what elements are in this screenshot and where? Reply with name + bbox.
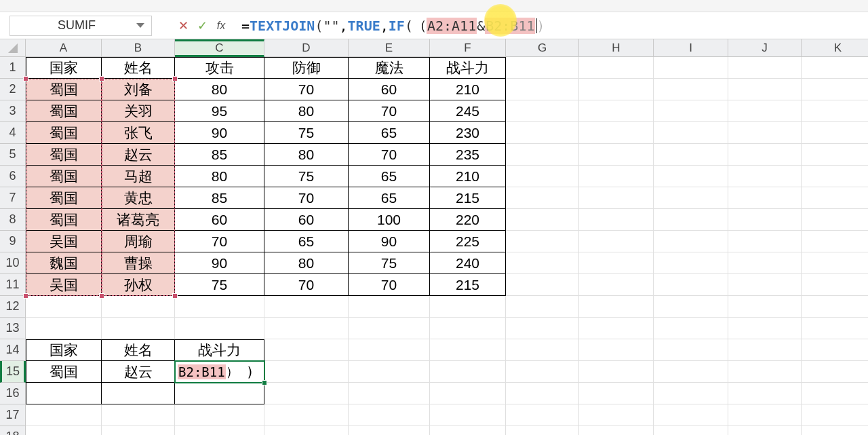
- cell-D18[interactable]: [264, 426, 349, 435]
- cell-H3[interactable]: [579, 100, 654, 122]
- col-head-H[interactable]: H: [579, 39, 654, 57]
- cell-A16[interactable]: [26, 383, 102, 404]
- cell-C2[interactable]: 80: [175, 79, 264, 100]
- cell-J17[interactable]: [728, 404, 802, 426]
- row-head-16[interactable]: 16: [0, 383, 26, 404]
- cell-C11[interactable]: 75: [175, 274, 264, 296]
- cell-J14[interactable]: [728, 339, 802, 361]
- cell-A14[interactable]: 国家: [26, 339, 102, 361]
- range-handle[interactable]: [23, 293, 28, 299]
- cell-J2[interactable]: [728, 79, 802, 100]
- cell-B7[interactable]: 黄忠: [102, 187, 175, 209]
- cell-F11[interactable]: 215: [430, 274, 506, 296]
- range-handle[interactable]: [23, 76, 28, 81]
- row-head-11[interactable]: 11: [0, 274, 26, 296]
- cell-A10[interactable]: 魏国: [26, 252, 102, 274]
- cell-K2[interactable]: [802, 79, 868, 100]
- cell-F10[interactable]: 240: [430, 252, 506, 274]
- cell-B3[interactable]: 关羽: [102, 100, 175, 122]
- cell-E10[interactable]: 75: [349, 252, 430, 274]
- cell-B4[interactable]: 张飞: [102, 122, 175, 144]
- cell-K16[interactable]: [802, 383, 868, 404]
- cell-G13[interactable]: [506, 318, 579, 339]
- cell-H18[interactable]: [579, 426, 654, 435]
- cell-A7[interactable]: 蜀国: [26, 187, 102, 209]
- cell-C8[interactable]: 60: [175, 209, 264, 231]
- col-head-K[interactable]: K: [802, 39, 868, 57]
- cell-K9[interactable]: [802, 231, 868, 252]
- cell-J15[interactable]: [728, 361, 802, 383]
- cell-I11[interactable]: [654, 274, 728, 296]
- col-head-A[interactable]: A: [26, 39, 102, 57]
- cell-I15[interactable]: [654, 361, 728, 383]
- cell-J5[interactable]: [728, 144, 802, 166]
- cell-A3[interactable]: 蜀国: [26, 100, 102, 122]
- cell-C15-editing[interactable]: B2:B11） ): [175, 361, 264, 383]
- cell-I7[interactable]: [654, 187, 728, 209]
- cell-D15[interactable]: [264, 361, 349, 383]
- cell-J12[interactable]: [728, 296, 802, 318]
- cell-C9[interactable]: 70: [175, 231, 264, 252]
- cell-D13[interactable]: [264, 318, 349, 339]
- cell-E4[interactable]: 65: [349, 122, 430, 144]
- cell-I17[interactable]: [654, 404, 728, 426]
- cell-B2[interactable]: 刘备: [102, 79, 175, 100]
- row-head-14[interactable]: 14: [0, 339, 26, 361]
- cell-H6[interactable]: [579, 166, 654, 187]
- cell-H7[interactable]: [579, 187, 654, 209]
- cell-F5[interactable]: 235: [430, 144, 506, 166]
- cell-B8[interactable]: 诸葛亮: [102, 209, 175, 231]
- name-box[interactable]: SUMIF: [9, 16, 152, 36]
- cell-H16[interactable]: [579, 383, 654, 404]
- cell-I13[interactable]: [654, 318, 728, 339]
- cell-K3[interactable]: [802, 100, 868, 122]
- cell-D11[interactable]: 70: [264, 274, 349, 296]
- cell-D9[interactable]: 65: [264, 231, 349, 252]
- row-head-5[interactable]: 5: [0, 144, 26, 166]
- fx-icon[interactable]: fx: [214, 19, 228, 33]
- cell-J9[interactable]: [728, 231, 802, 252]
- cell-H8[interactable]: [579, 209, 654, 231]
- cell-K10[interactable]: [802, 252, 868, 274]
- cell-B17[interactable]: [102, 404, 175, 426]
- cell-I18[interactable]: [654, 426, 728, 435]
- range-handle[interactable]: [172, 76, 178, 81]
- cell-I12[interactable]: [654, 296, 728, 318]
- cell-D8[interactable]: 60: [264, 209, 349, 231]
- row-head-17[interactable]: 17: [0, 404, 26, 426]
- cell-A9[interactable]: 吴国: [26, 231, 102, 252]
- cell-F15[interactable]: [430, 361, 506, 383]
- col-head-B[interactable]: B: [102, 39, 175, 57]
- cell-J4[interactable]: [728, 122, 802, 144]
- cell-K7[interactable]: [802, 187, 868, 209]
- cell-G11[interactable]: [506, 274, 579, 296]
- cell-E15[interactable]: [349, 361, 430, 383]
- cell-H4[interactable]: [579, 122, 654, 144]
- cell-A13[interactable]: [26, 318, 102, 339]
- cell-C17[interactable]: [175, 404, 264, 426]
- cell-C4[interactable]: 90: [175, 122, 264, 144]
- cell-B11[interactable]: 孙权: [102, 274, 175, 296]
- cell-D14[interactable]: [264, 339, 349, 361]
- cell-D6[interactable]: 75: [264, 166, 349, 187]
- cell-F6[interactable]: 210: [430, 166, 506, 187]
- accept-icon[interactable]: ✓: [195, 19, 209, 33]
- cell-C13[interactable]: [175, 318, 264, 339]
- cell-H11[interactable]: [579, 274, 654, 296]
- cell-A8[interactable]: 蜀国: [26, 209, 102, 231]
- cell-J16[interactable]: [728, 383, 802, 404]
- cell-K6[interactable]: [802, 166, 868, 187]
- cell-A18[interactable]: [26, 426, 102, 435]
- cell-B12[interactable]: [102, 296, 175, 318]
- cell-C7[interactable]: 85: [175, 187, 264, 209]
- range-handle[interactable]: [99, 293, 104, 299]
- cell-H5[interactable]: [579, 144, 654, 166]
- cell-F17[interactable]: [430, 404, 506, 426]
- cell-I10[interactable]: [654, 252, 728, 274]
- cell-A5[interactable]: 蜀国: [26, 144, 102, 166]
- cell-C6[interactable]: 80: [175, 166, 264, 187]
- cell-C16[interactable]: [175, 383, 264, 404]
- cell-E13[interactable]: [349, 318, 430, 339]
- cell-A15[interactable]: 蜀国: [26, 361, 102, 383]
- cell-A6[interactable]: 蜀国: [26, 166, 102, 187]
